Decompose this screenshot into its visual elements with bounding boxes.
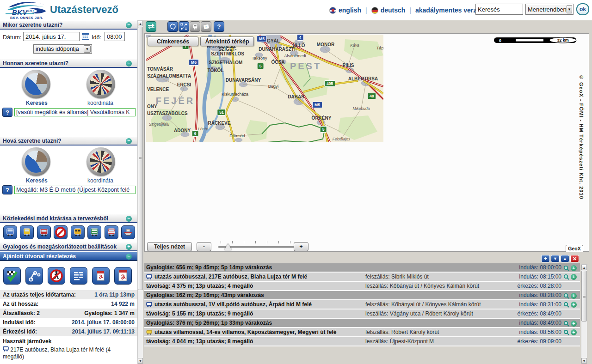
zoom-out-button[interactable]: - [197,242,211,251]
from-coordinate-button[interactable] [86,70,115,98]
from-search-label[interactable]: Keresés [26,100,48,106]
help-button[interactable]: ? [214,21,224,32]
mode-bus-icon[interactable] [3,225,17,239]
tab-address-search[interactable]: Címkeresés [148,36,198,46]
move-up-icon[interactable]: ▲ [561,255,569,262]
expand-icon[interactable]: + [126,244,132,250]
full-view-button[interactable]: Teljes nézet [147,242,192,251]
route-points-button[interactable] [179,21,189,32]
mode-suburban-railway-icon[interactable] [87,225,101,239]
to-search-button[interactable] [22,147,50,176]
add-step-icon[interactable]: + [571,265,577,271]
ticket-button[interactable]: ? [201,21,211,32]
lang-deutsch-link[interactable]: deutsch [371,6,406,14]
map[interactable]: HALÁSZTELEKSZIGET-SZENTMIKLÓSSZIGETHALOM… [146,35,383,142]
from-search-button[interactable] [22,70,50,98]
section-when-header[interactable]: Mikor szeretne utazni? – [0,21,137,30]
route-step-row[interactable]: Gyaloglás: 162 m; 2p 16mp; 43mp várakozá… [144,291,580,300]
from-input[interactable]: [vasúti megállók és állomás] Vasútállomá… [14,108,136,116]
to-coordinate-label[interactable]: koordináta [87,177,113,184]
zoom-to-step-icon[interactable] [563,265,569,271]
mode-metro-icon[interactable] [71,225,85,239]
scroll-up-icon[interactable]: ▲ [581,265,587,270]
zoom-to-step-icon[interactable] [563,302,569,308]
lang-english-link[interactable]: english [329,6,361,14]
add-step-icon[interactable]: + [571,321,577,327]
zoom-to-step-icon[interactable] [563,274,569,280]
to-help-button[interactable]: ? [2,185,12,194]
section-route-details-header[interactable]: Ajánlott útvonal részletezés – [0,252,137,261]
zoom-in-button[interactable]: + [294,242,308,251]
mode-train-icon[interactable] [105,225,118,239]
move-down-icon[interactable]: ▼ [551,255,560,262]
from-help-button[interactable]: ? [2,108,12,117]
header-search-input[interactable] [475,4,523,15]
collapse-icon[interactable]: – [126,61,132,67]
scrollbar-thumb[interactable] [138,27,143,290]
collapse-icon[interactable]: – [126,22,132,28]
scroll-down-icon[interactable]: ▼ [138,358,143,364]
date-input[interactable] [23,32,80,41]
scroll-up-icon[interactable]: ▲ [138,21,143,26]
add-step-icon[interactable]: + [571,302,577,308]
chevron-down-icon[interactable]: ▼ [567,5,572,13]
route-step-row[interactable]: Gyaloglás: 656 m; 9p 45mp; 5p 14mp várak… [144,263,580,273]
collapse-icon[interactable]: – [126,138,132,144]
date-label: Dátum: [3,34,21,41]
to-coordinate-button[interactable] [86,147,115,176]
calendar-icon[interactable] [82,33,89,40]
pdf-print-icon[interactable] [114,267,132,285]
mode-exclude-all-icon[interactable] [54,225,68,239]
area-select-button[interactable] [167,21,178,32]
from-coordinate-label[interactable]: koordináta [87,100,113,106]
route-step-row[interactable]: utazás autóbusszal, 1V vill.pótló autóbu… [144,300,580,309]
time-input[interactable] [105,32,125,41]
section-walk-settings-header[interactable]: Gyalogos és mozgáskorlátozott beállításo… [0,243,137,251]
route-step-row[interactable]: távolság: 5 155 m; 18p utazás; 9 megálló… [144,309,580,319]
pdf-export-icon[interactable] [92,267,110,285]
route-accept-icon[interactable] [3,267,21,285]
chevron-down-icon[interactable]: ▼ [84,45,91,53]
header: BKVZRT BKV. ÖNNEK JÁR. Utazástervező eng… [0,0,592,20]
zoom-to-step-icon[interactable] [563,293,569,299]
route-step-row[interactable]: Gyaloglás: 376 m; 5p 26mp; 1p 33mp várak… [144,319,580,328]
section-to-header[interactable]: Hová szeretne utazni? – [0,137,137,146]
exclude-walking-icon[interactable] [48,267,65,285]
departure-type-select[interactable]: indulás időpontja ▼ [33,44,92,54]
table-scrollbar[interactable]: ▲ ▼ [581,264,587,364]
tab-overview-map[interactable]: Áttekintő térkép [200,36,254,46]
section-modes-header[interactable]: Közlekedési mód kizárása a tervezésből – [0,214,137,223]
add-step-icon[interactable]: + [571,274,577,280]
mode-tram-icon[interactable] [20,225,34,239]
to-search-label[interactable]: Keresés [26,177,48,184]
zoom-to-step-icon[interactable] [563,321,569,327]
add-step-icon[interactable]: + [571,293,577,299]
route-step-row[interactable]: utazás autóbusszal, 217E autóbusz, Blaha… [144,273,580,282]
zoom-slider[interactable] [218,241,295,252]
swap-directions-button[interactable] [146,21,156,32]
add-step-icon[interactable]: + [571,329,577,335]
accessible-version-link[interactable]: akadálymentes verzió [415,6,482,14]
step-actions [561,337,580,339]
mode-trolleybus-icon[interactable] [37,225,51,239]
route-alternatives-icon[interactable] [25,267,43,285]
route-step-row[interactable]: utazás villamossal, 14-es villamos, Kápo… [144,328,580,337]
ok-button[interactable]: ok [576,3,589,15]
add-icon[interactable]: + [541,255,550,262]
section-from-header[interactable]: Honnan szeretne utazni? – [0,59,137,68]
route-step-row[interactable]: távolság: 4 375 m; 13p utazás; 4 megálló… [144,282,580,291]
timetable-list-icon[interactable] [70,267,87,285]
scrollbar-thumb[interactable] [581,271,587,322]
slider-handle[interactable] [224,243,232,250]
collapse-icon[interactable]: – [126,216,132,222]
route-step-row[interactable]: távolság: 4 044 m; 13p utazás; 8 megálló… [144,337,580,346]
close-icon[interactable]: ✕ [570,255,579,262]
sidebar-scrollbar[interactable]: ▲ ▼ [137,20,143,364]
transit-button[interactable] [190,21,200,32]
zoom-to-step-icon[interactable] [563,329,569,335]
scroll-down-icon[interactable]: ▼ [581,358,587,364]
timetable-mode-select[interactable]: Menetrendben ▼ [525,4,574,15]
mode-boat-icon[interactable] [121,225,135,239]
collapse-icon[interactable]: – [126,254,132,260]
to-input[interactable]: Megálló: M3 É-D metró (Újpest-Központ fe… [14,186,136,194]
